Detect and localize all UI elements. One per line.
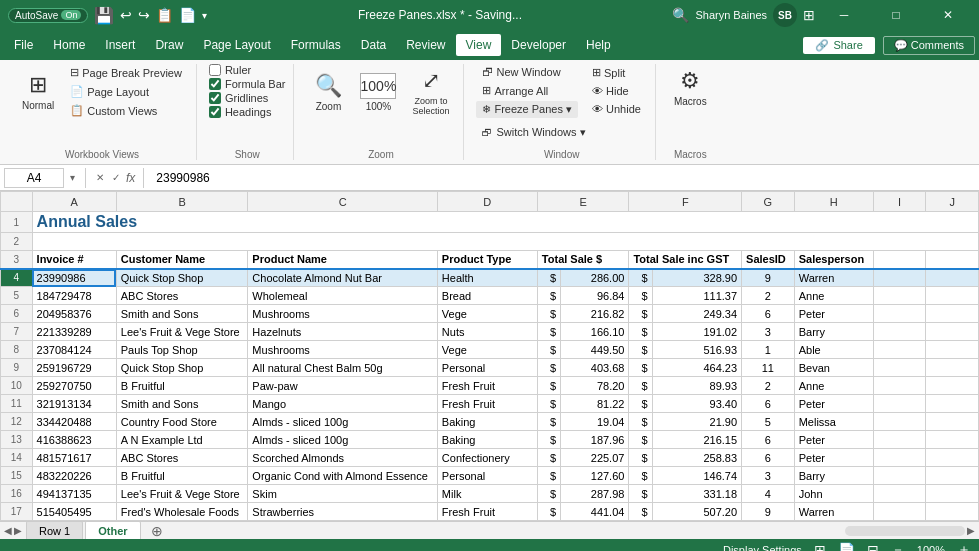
zoom-selection-button[interactable]: ⤢ Zoom toSelection (406, 64, 455, 120)
cell-f6-sym[interactable]: $ (629, 305, 652, 323)
cell-j11[interactable] (926, 395, 979, 413)
headings-checkbox[interactable] (209, 106, 221, 118)
cell-f4-sym[interactable]: $ (629, 269, 652, 287)
cell-c14[interactable]: Scorched Almonds (248, 449, 437, 467)
arrange-all-button[interactable]: ⊞ Arrange All (476, 82, 578, 99)
view-normal-icon[interactable]: ⊞ (814, 542, 826, 551)
cell-i4[interactable] (873, 269, 926, 287)
unhide-button[interactable]: 👁 Unhide (586, 101, 647, 117)
close-button[interactable]: ✕ (925, 0, 971, 30)
cell-e17-sym[interactable]: $ (537, 503, 560, 521)
cell-b17[interactable]: Fred's Wholesale Foods (116, 503, 248, 521)
horizontal-scrollbar[interactable]: ◀ ▶ Row 1 Other ⊕ ▶ (0, 521, 979, 539)
cell-i13[interactable] (873, 431, 926, 449)
cell-c15[interactable]: Organic Cond with Almond Essence (248, 467, 437, 485)
cell-f17-sym[interactable]: $ (629, 503, 652, 521)
cell-g8[interactable]: 1 (742, 341, 795, 359)
cell-j7[interactable] (926, 323, 979, 341)
col-header-f[interactable]: F (629, 192, 742, 212)
cell-f8-sym[interactable]: $ (629, 341, 652, 359)
cell-h16[interactable]: John (794, 485, 873, 503)
cell-d8[interactable]: Vege (437, 341, 537, 359)
cell-f15-val[interactable]: 146.74 (652, 467, 741, 485)
cell-e15-sym[interactable]: $ (537, 467, 560, 485)
cell-f12-sym[interactable]: $ (629, 413, 652, 431)
cell-h17[interactable]: Warren (794, 503, 873, 521)
cell-h4[interactable]: Warren (794, 269, 873, 287)
col-header-b[interactable]: B (116, 192, 248, 212)
cell-b9[interactable]: Quick Stop Shop (116, 359, 248, 377)
cell-e15-val[interactable]: 127.60 (561, 467, 629, 485)
cell-a3[interactable]: Invoice # (32, 251, 116, 269)
cell-e8-val[interactable]: 449.50 (561, 341, 629, 359)
cell-f11-sym[interactable]: $ (629, 395, 652, 413)
view-layout-icon[interactable]: 📄 (838, 542, 855, 551)
cell-g17[interactable]: 9 (742, 503, 795, 521)
cell-g9[interactable]: 11 (742, 359, 795, 377)
cell-a11[interactable]: 321913134 (32, 395, 116, 413)
search-icon[interactable]: 🔍 (672, 7, 689, 23)
cell-i5[interactable] (873, 287, 926, 305)
cell-e3[interactable]: Total Sale $ (537, 251, 629, 269)
cell-c4[interactable]: Chocolate Almond Nut Bar (248, 269, 437, 287)
cell-f10-sym[interactable]: $ (629, 377, 652, 395)
cell-i16[interactable] (873, 485, 926, 503)
cell-a15[interactable]: 483220226 (32, 467, 116, 485)
cell-i12[interactable] (873, 413, 926, 431)
cell-h8[interactable]: Able (794, 341, 873, 359)
cell-e12-sym[interactable]: $ (537, 413, 560, 431)
cell-h15[interactable]: Barry (794, 467, 873, 485)
cell-c5[interactable]: Wholemeal (248, 287, 437, 305)
cell-a2[interactable] (32, 233, 978, 251)
cell-f6-val[interactable]: 249.34 (652, 305, 741, 323)
toolbar-icon[interactable]: 📋 (156, 7, 173, 23)
cell-f9-val[interactable]: 464.23 (652, 359, 741, 377)
cell-a17[interactable]: 515405495 (32, 503, 116, 521)
col-header-c[interactable]: C (248, 192, 437, 212)
cell-h6[interactable]: Peter (794, 305, 873, 323)
cell-j8[interactable] (926, 341, 979, 359)
cell-f12-val[interactable]: 21.90 (652, 413, 741, 431)
zoom-out-btn[interactable]: － (891, 541, 905, 551)
cell-g3[interactable]: SalesID (742, 251, 795, 269)
autosave-toggle[interactable]: AutoSave On (8, 8, 88, 23)
cell-d7[interactable]: Nuts (437, 323, 537, 341)
cell-a5[interactable]: 184729478 (32, 287, 116, 305)
cell-g6[interactable]: 6 (742, 305, 795, 323)
cell-a10[interactable]: 259270750 (32, 377, 116, 395)
cell-i6[interactable] (873, 305, 926, 323)
cell-d17[interactable]: Fresh Fruit (437, 503, 537, 521)
cell-e11-sym[interactable]: $ (537, 395, 560, 413)
cell-i7[interactable] (873, 323, 926, 341)
cell-f4-val[interactable]: 328.90 (652, 269, 741, 287)
ruler-checkbox[interactable] (209, 64, 221, 76)
menu-developer[interactable]: Developer (501, 34, 576, 56)
cell-a7[interactable]: 221339289 (32, 323, 116, 341)
cell-a13[interactable]: 416388623 (32, 431, 116, 449)
cell-h14[interactable]: Peter (794, 449, 873, 467)
cell-j16[interactable] (926, 485, 979, 503)
tab-row1[interactable]: Row 1 (26, 521, 83, 539)
cell-e10-val[interactable]: 78.20 (561, 377, 629, 395)
cell-a1[interactable]: Annual Sales (32, 212, 978, 233)
cell-b5[interactable]: ABC Stores (116, 287, 248, 305)
cell-d13[interactable]: Baking (437, 431, 537, 449)
cell-f7-sym[interactable]: $ (629, 323, 652, 341)
cell-h13[interactable]: Peter (794, 431, 873, 449)
cell-i14[interactable] (873, 449, 926, 467)
col-header-i[interactable]: I (873, 192, 926, 212)
cell-f5-val[interactable]: 111.37 (652, 287, 741, 305)
cell-f17-val[interactable]: 507.20 (652, 503, 741, 521)
scroll-end-btn[interactable]: ▶ (967, 525, 975, 536)
cell-j12[interactable] (926, 413, 979, 431)
cell-g16[interactable]: 4 (742, 485, 795, 503)
cell-e7-val[interactable]: 166.10 (561, 323, 629, 341)
cell-d15[interactable]: Personal (437, 467, 537, 485)
cell-f7-val[interactable]: 191.02 (652, 323, 741, 341)
cell-g14[interactable]: 6 (742, 449, 795, 467)
cell-b15[interactable]: B Fruitful (116, 467, 248, 485)
cell-h11[interactable]: Peter (794, 395, 873, 413)
cell-b10[interactable]: B Fruitful (116, 377, 248, 395)
cell-e13-sym[interactable]: $ (537, 431, 560, 449)
minimize-button[interactable]: ─ (821, 0, 867, 30)
